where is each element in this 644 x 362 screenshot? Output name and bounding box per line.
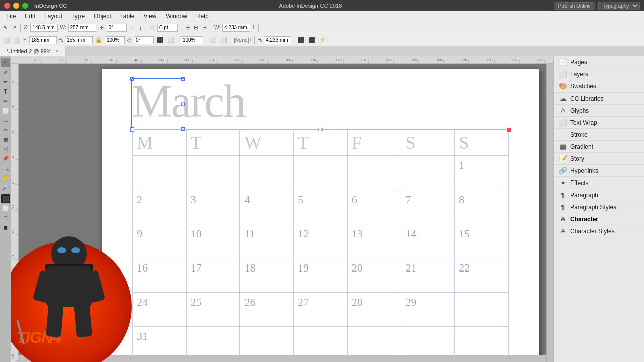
lightning-icon[interactable]: ⚡ — [318, 36, 327, 44]
preview-mode[interactable]: ◼ — [1, 223, 10, 232]
panel-story[interactable]: 📝 Story — [554, 153, 644, 165]
menu-object[interactable]: Object — [90, 13, 115, 20]
transform-icon[interactable]: ⊞ — [98, 24, 105, 31]
character-icon: A — [559, 215, 567, 223]
menu-type[interactable]: Type — [67, 13, 89, 20]
gradient-label: Gradient — [570, 143, 639, 150]
shear-input[interactable] — [134, 36, 154, 44]
table-handle-tr[interactable] — [507, 128, 511, 132]
preview-icon[interactable]: ⬜ — [219, 36, 228, 44]
view-mode-icon[interactable]: ⬜ — [209, 36, 218, 44]
h2-label: H: — [257, 37, 262, 43]
panel-text-wrap[interactable]: ⬜ Text Wrap — [554, 117, 644, 129]
panel-layers[interactable]: ⬜ Layers — [554, 68, 644, 80]
align-center-icon[interactable]: ⊟ — [193, 24, 199, 31]
svg-text:180: 180 — [487, 58, 493, 62]
hyperlinks-label: Hyperlinks — [570, 167, 639, 174]
panel-gradient[interactable]: ▦ Gradient — [554, 141, 644, 153]
document-tab[interactable]: *Untitled-2 @ 99% ✕ — [0, 46, 65, 56]
rectangle-frame-tool[interactable]: ⬜ — [1, 106, 10, 115]
stroke-color[interactable]: ⬜ — [1, 204, 10, 213]
svg-text:20: 20 — [11, 130, 15, 134]
menu-table[interactable]: Table — [116, 13, 139, 20]
header-sun: S — [455, 130, 509, 156]
day-cell-w2d5: 14 — [401, 224, 455, 258]
zoom-input[interactable] — [181, 36, 203, 44]
table-handle-tl[interactable] — [130, 128, 134, 132]
panel-paragraph[interactable]: ¶ Paragraph — [554, 189, 644, 201]
sep6 — [178, 36, 178, 44]
panel-swatches[interactable]: 🎨 Swatches — [554, 80, 644, 93]
fill-icon[interactable]: ⬛ — [155, 36, 165, 44]
hand-tool[interactable]: ✋ — [1, 173, 10, 182]
panel-paragraph-styles[interactable]: ¶ Paragraph Styles — [554, 201, 644, 213]
publish-online-button[interactable]: Publish Online — [554, 2, 595, 10]
stroke-input[interactable] — [157, 24, 178, 32]
selection-tool-icon[interactable]: ↖ — [2, 24, 9, 31]
tab-bar: *Untitled-2 @ 99% ✕ — [0, 46, 644, 56]
panel-pages[interactable]: 📄 Pages — [554, 56, 644, 68]
vertical-scrollbar[interactable] — [546, 64, 553, 362]
menu-edit[interactable]: Edit — [21, 13, 39, 20]
panel-glyphs[interactable]: A Glyphs — [554, 105, 644, 117]
tools-icon[interactable]: ⬜ — [2, 36, 11, 44]
handle-ml[interactable] — [181, 103, 185, 106]
menu-view[interactable]: View — [139, 13, 160, 20]
h-input[interactable] — [65, 36, 93, 44]
rotate2-input[interactable] — [105, 36, 125, 44]
svg-text:50: 50 — [11, 205, 15, 209]
flip-v-icon[interactable]: ↕ — [138, 24, 143, 31]
gradient-swatch-tool[interactable]: ▦ — [1, 135, 10, 144]
stroke2-icon[interactable]: ⬜ — [166, 36, 175, 44]
menu-layout[interactable]: Layout — [40, 13, 66, 20]
rotate-input[interactable] — [107, 24, 127, 32]
horizontal-scrollbar[interactable] — [18, 355, 546, 362]
w-input[interactable] — [68, 24, 96, 32]
eyedropper-tool[interactable]: 🔍 — [1, 163, 10, 172]
pen-tool[interactable]: ✒ — [1, 77, 10, 86]
none-icon[interactable]: ⬜ — [13, 36, 22, 44]
cols-icon[interactable]: ⬛ — [297, 36, 306, 44]
rows-icon[interactable]: ⬛ — [307, 36, 316, 44]
panel-character-styles[interactable]: A Character Styles — [554, 225, 644, 237]
direct-selection-tool[interactable]: ↗ — [1, 68, 10, 77]
fill-color[interactable]: ⬛ — [1, 194, 10, 203]
tab-close-button[interactable]: ✕ — [55, 49, 59, 54]
panel-effects[interactable]: ✦ Effects — [554, 177, 644, 189]
fullscreen-button[interactable] — [22, 3, 28, 9]
day-cell-w2d2: 11 — [240, 224, 294, 258]
workspace-select[interactable]: Typography — [598, 2, 640, 10]
zoom-tool[interactable]: 🔎 — [1, 183, 10, 192]
scissors-tool[interactable]: ✂ — [1, 125, 10, 134]
panel-character[interactable]: A Character — [554, 213, 644, 225]
panel-hyperlinks[interactable]: 🔗 Hyperlinks — [554, 165, 644, 177]
calendar-body: 1234567891011121314151617181920212224252… — [133, 156, 509, 361]
gradient-feather-tool[interactable]: ◁ — [1, 144, 10, 153]
pencil-tool[interactable]: ✏ — [1, 97, 10, 106]
canvas-scroll[interactable]: 0 10 20 30 40 50 60 70 80 — [11, 64, 553, 362]
lock-icon[interactable]: 🔒 — [94, 36, 103, 44]
direct-select-icon[interactable]: ↗ — [11, 24, 17, 31]
flip-h-icon[interactable]: ↔ — [129, 24, 136, 31]
selection-tool[interactable]: ↖ — [1, 58, 10, 67]
y-input[interactable] — [29, 36, 57, 44]
table-handle-tc[interactable] — [319, 128, 323, 131]
menu-window[interactable]: Window — [162, 13, 191, 20]
shear-icon[interactable]: ◇ — [126, 36, 132, 44]
panel-stroke[interactable]: — Stroke — [554, 129, 644, 141]
minimize-button[interactable] — [13, 3, 19, 9]
rectangle-tool[interactable]: ▭ — [1, 116, 10, 125]
h2-input[interactable] — [264, 36, 291, 44]
align-left-icon[interactable]: ⊟ — [184, 24, 191, 31]
w2-input[interactable] — [222, 24, 250, 32]
x-input[interactable] — [30, 24, 58, 32]
menu-help[interactable]: Help — [192, 13, 213, 20]
type-tool[interactable]: T — [1, 87, 10, 96]
align-right-icon[interactable]: ⊟ — [201, 24, 208, 31]
note-tool[interactable]: 📌 — [1, 154, 10, 163]
menu-file[interactable]: File — [2, 13, 20, 20]
panel-cc-libraries[interactable]: ☁ CC Libraries — [554, 93, 644, 105]
svg-text:60: 60 — [11, 230, 15, 234]
close-button[interactable] — [4, 3, 10, 9]
normal-mode[interactable]: ◻ — [1, 213, 10, 222]
